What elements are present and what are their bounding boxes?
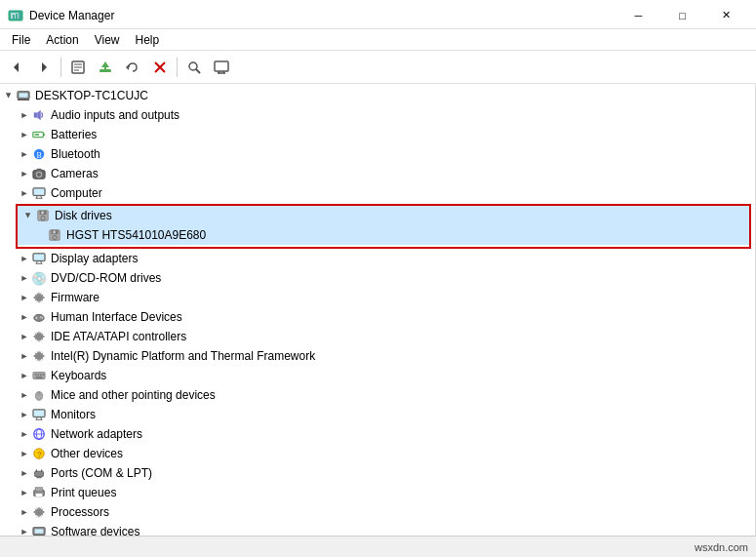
tree-item-keyboards[interactable]: ►Keyboards (0, 366, 755, 385)
expand-arrow[interactable]: ► (18, 505, 31, 519)
expand-arrow[interactable]: ► (18, 427, 31, 441)
properties-button[interactable] (65, 56, 91, 79)
tree-item-printqueues[interactable]: ►Print queues (0, 483, 755, 502)
uninstall-button[interactable] (147, 56, 173, 79)
menu-view[interactable]: View (87, 31, 128, 49)
uninstall-icon (152, 60, 168, 75)
tree-item-diskdrives[interactable]: ►Disk drives (18, 206, 749, 225)
mice-icon (31, 387, 47, 403)
tree-item-monitors[interactable]: ►Monitors (0, 405, 755, 424)
tree-item-other[interactable]: ►?Other devices (0, 444, 755, 463)
svg-rect-79 (35, 471, 44, 476)
title-bar-left: Device Manager (8, 8, 114, 23)
svg-rect-2 (13, 15, 15, 19)
expand-arrow[interactable]: ► (18, 108, 31, 122)
expand-arrow[interactable]: ► (2, 89, 16, 102)
menu-action[interactable]: Action (38, 31, 86, 49)
root-label: DESKTOP-TC1CUJC (35, 89, 148, 102)
close-button[interactable]: ✕ (704, 6, 748, 25)
roll-back-button[interactable] (120, 56, 145, 79)
expand-arrow[interactable]: ► (18, 252, 31, 265)
diskdrives-icon (35, 208, 51, 223)
tree-item-cameras[interactable]: ►Cameras (0, 164, 755, 183)
network-icon (31, 426, 47, 442)
tree-item-intel[interactable]: ►Intel(R) Dynamic Platform and Thermal F… (0, 346, 755, 366)
expand-arrow[interactable]: ► (18, 466, 31, 480)
roll-back-icon (125, 60, 140, 75)
root-icon (16, 88, 31, 103)
svg-point-58 (42, 317, 44, 319)
svg-rect-46 (53, 231, 56, 234)
hgst-label: HGST HTS541010A9E680 (66, 228, 206, 242)
maximize-button[interactable]: □ (660, 6, 704, 25)
expand-arrow[interactable]: ► (18, 271, 31, 285)
svg-rect-11 (99, 69, 111, 72)
ports-label: Ports (COM & LPT) (51, 466, 152, 480)
tree-item-displayadapters[interactable]: ►Display adapters (0, 249, 755, 268)
svg-rect-49 (34, 255, 45, 260)
expand-arrow[interactable]: ► (18, 186, 31, 200)
device-tree[interactable]: ►DESKTOP-TC1CUJC►Audio inputs and output… (0, 84, 756, 536)
network-label: Network adapters (51, 427, 142, 441)
svg-rect-62 (35, 374, 37, 376)
back-button[interactable] (4, 56, 29, 79)
title-bar-controls: ─ □ ✕ (617, 6, 748, 25)
expand-arrow[interactable]: ► (18, 291, 31, 304)
svg-marker-6 (42, 62, 47, 72)
tree-item-batteries[interactable]: ►Batteries (0, 125, 755, 144)
expand-arrow[interactable]: ► (21, 209, 35, 222)
expand-arrow[interactable]: ► (18, 388, 31, 402)
expand-arrow[interactable]: ► (18, 349, 31, 363)
forward-icon (36, 60, 52, 75)
menu-help[interactable]: Help (128, 31, 168, 49)
tree-item-dvd[interactable]: ►💿DVD/CD-ROM drives (0, 268, 755, 288)
disk-drives-highlight-box: ►Disk drives►HGST HTS541010A9E680 (16, 204, 751, 249)
expand-arrow[interactable]: ► (18, 167, 31, 180)
bluetooth-icon: B (31, 146, 47, 162)
forward-button[interactable] (31, 56, 57, 79)
svg-rect-4 (19, 13, 20, 19)
tree-item-processors[interactable]: ►Processors (0, 502, 755, 522)
expand-arrow[interactable]: ► (18, 147, 31, 161)
menu-file[interactable]: File (4, 31, 38, 49)
tree-item-hgst[interactable]: ►HGST HTS541010A9E680 (18, 225, 749, 245)
expand-arrow[interactable]: ► (18, 447, 31, 460)
tree-item-ide[interactable]: ►IDE ATA/ATAPI controllers (0, 327, 755, 346)
expand-arrow[interactable]: ► (18, 486, 31, 499)
expand-arrow[interactable]: ► (18, 369, 31, 382)
batteries-icon (31, 127, 47, 142)
scan-button[interactable] (181, 56, 207, 79)
title-bar: Device Manager ─ □ ✕ (0, 0, 756, 29)
tree-item-root[interactable]: ►DESKTOP-TC1CUJC (0, 86, 755, 105)
tree-item-ports[interactable]: ►Ports (COM & LPT) (0, 463, 755, 483)
update-driver-button[interactable] (93, 56, 118, 79)
tree-item-software[interactable]: ►Software devices (0, 522, 755, 536)
tree-item-mice[interactable]: ►Mice and other pointing devices (0, 385, 755, 405)
tree-item-network[interactable]: ►Network adapters (0, 424, 755, 444)
tree-item-hid[interactable]: ►Human Interface Devices (0, 307, 755, 327)
tree-item-bluetooth[interactable]: ►BBluetooth (0, 144, 755, 164)
expand-arrow[interactable]: ► (18, 128, 31, 141)
expand-arrow[interactable]: ► (18, 310, 31, 324)
svg-rect-84 (36, 488, 43, 492)
keyboards-icon (31, 368, 47, 383)
ide-label: IDE ATA/ATAPI controllers (51, 330, 186, 343)
tree-item-computer[interactable]: ►Computer (0, 183, 755, 203)
other-label: Other devices (51, 447, 123, 460)
svg-text:B: B (36, 151, 41, 160)
expand-arrow[interactable]: ► (18, 408, 31, 421)
cameras-label: Cameras (51, 167, 99, 180)
tree-item-audio[interactable]: ►Audio inputs and outputs (0, 105, 755, 125)
minimize-button[interactable]: ─ (617, 6, 660, 25)
svg-rect-64 (40, 374, 42, 376)
expand-arrow[interactable]: ► (18, 525, 31, 536)
tree-item-firmware[interactable]: ►Firmware (0, 288, 755, 307)
monitor-button[interactable] (209, 56, 234, 79)
svg-rect-63 (37, 374, 39, 376)
window-title: Device Manager (29, 9, 114, 22)
svg-text:?: ? (37, 450, 42, 459)
audio-icon (31, 107, 47, 123)
hgst-icon (47, 227, 62, 243)
svg-rect-23 (20, 93, 28, 97)
expand-arrow[interactable]: ► (18, 330, 31, 343)
